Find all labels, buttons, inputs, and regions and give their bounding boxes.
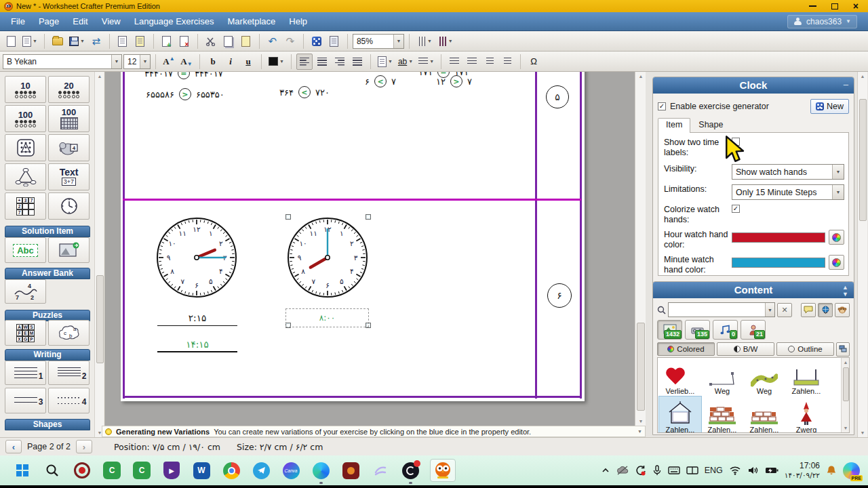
thumbnail-zahlen-sign[interactable]: Zahlen... — [785, 358, 827, 396]
thumbnail-zahlen-wall-2[interactable]: Zahlen... — [743, 396, 785, 433]
taskbar-search-button[interactable] — [42, 460, 62, 481]
tile-number-field-100[interactable]: 100 — [5, 105, 46, 132]
minute-color-picker-button[interactable] — [829, 255, 844, 270]
taskbar-game-app[interactable] — [340, 460, 361, 481]
menu-view[interactable]: View — [95, 14, 127, 29]
chevron-down-icon[interactable]: ▼ — [140, 55, 150, 68]
dice-button[interactable] — [309, 33, 325, 49]
hour-color-bar[interactable] — [732, 232, 825, 243]
tray-cloud-icon[interactable] — [616, 466, 629, 475]
globe-filter-button[interactable] — [818, 303, 833, 317]
tray-notification-bell[interactable] — [826, 465, 837, 476]
taskbar-recorder-app[interactable] — [72, 460, 92, 481]
scrollbar-thumb[interactable] — [859, 99, 867, 221]
increase-indent-button[interactable] — [499, 54, 515, 70]
tile-writing-lines-2[interactable]: 2 — [48, 361, 90, 385]
tray-language-indicator[interactable]: ENG — [705, 466, 723, 475]
tile-math-square[interactable]: +3727 — [5, 192, 46, 220]
taskbar-telegram-app[interactable] — [251, 460, 271, 481]
clock-panel-header[interactable]: Clock – — [653, 77, 854, 94]
decrease-indent-button[interactable] — [481, 54, 498, 70]
thumbnail-weg[interactable]: Weg — [743, 358, 785, 396]
comparison-exercise[interactable]: ۳۶۴ < ۷۲۰ — [279, 86, 330, 98]
open-button[interactable] — [50, 33, 66, 49]
decrease-font-button[interactable]: A▼ — [178, 54, 195, 70]
speech-bubble-filter-button[interactable] — [801, 303, 816, 317]
tray-snap-layout-icon[interactable] — [686, 466, 698, 475]
scrollbar-thumb[interactable] — [843, 367, 849, 401]
time-label-solution[interactable]: ۱۴:۱۵ — [157, 339, 237, 350]
monkey-filter-button[interactable] — [835, 303, 850, 317]
chevron-down-icon[interactable]: ▼ — [393, 35, 403, 48]
menu-help[interactable]: Help — [282, 14, 314, 29]
operator-circle[interactable]: > — [450, 75, 462, 87]
font-color-button[interactable]: ▼ — [267, 54, 286, 70]
tile-writing-lines-3[interactable]: 3 — [5, 388, 46, 413]
bullet-list-button[interactable] — [464, 54, 480, 70]
colorize-checkbox[interactable]: ✓ — [732, 205, 740, 213]
taskbar-camtasia-app[interactable]: C — [102, 460, 122, 481]
tile-geoboard[interactable] — [5, 134, 46, 161]
category-images-button[interactable]: 1432 — [657, 320, 682, 340]
taskbar-canva-app[interactable]: Canva — [281, 460, 301, 481]
taskbar-camtasia-2-app[interactable]: C — [132, 460, 152, 481]
omega-button[interactable]: Ω — [526, 54, 542, 70]
minute-color-bar[interactable] — [732, 258, 825, 268]
chevron-down-icon[interactable]: ▼ — [832, 185, 844, 199]
tray-clock[interactable]: 17:06 ۱۴۰۳/۰۹/۲۲ — [785, 461, 820, 480]
maximize-button[interactable] — [831, 3, 838, 9]
comparison-exercise[interactable]: ۶ < ۷ — [365, 75, 396, 87]
menu-page[interactable]: Page — [32, 14, 66, 29]
operator-circle[interactable]: < — [298, 86, 311, 98]
next-page-button[interactable]: › — [76, 440, 92, 453]
align-center-button[interactable] — [314, 54, 330, 70]
tray-copilot-icon[interactable]: PRE — [843, 462, 860, 479]
bold-button[interactable]: b — [205, 54, 221, 70]
menu-marketplace[interactable]: Marketplace — [221, 14, 283, 29]
tray-wifi-icon[interactable] — [729, 466, 741, 475]
chevron-down-icon[interactable]: ▼ — [111, 55, 121, 68]
enable-generator-checkbox[interactable]: ✓ — [658, 102, 666, 110]
taskbar-flow-app[interactable] — [370, 460, 391, 481]
content-search-input[interactable]: ▼ — [668, 302, 775, 317]
taskbar-word-app[interactable]: W — [191, 460, 212, 481]
filter-bw-button[interactable]: B/W — [717, 342, 774, 356]
taskbar-obs-app[interactable] — [400, 460, 420, 481]
align-justify-button[interactable] — [349, 54, 366, 70]
category-audio-button[interactable]: 135 — [685, 320, 710, 340]
category-people-button[interactable]: 21 — [741, 320, 766, 340]
taskbar-start-button[interactable] — [12, 460, 33, 481]
section-header-writing[interactable]: Writing — [5, 349, 90, 361]
scroll-up-icon[interactable]: ▲ — [95, 72, 104, 81]
section-header-answer-bank[interactable]: Answer Bank — [5, 268, 90, 279]
category-music-button[interactable]: 0 — [713, 320, 738, 340]
worksheet-canvas[interactable]: ۳۴۴۰۱۷ = ۳۴۴۰۱۷ ۱۷۱ = ۱۷۱ ۶ < ۷ ۱۲ > ۷ ۶… — [105, 72, 646, 426]
selection-handle[interactable] — [366, 214, 371, 220]
tile-writing-lines-4[interactable]: 4 — [48, 388, 90, 413]
time-label-box-selected[interactable]: ۸:۰۰ — [285, 308, 369, 327]
comparison-exercise[interactable]: ۳۴۴۰۱۷ = ۳۴۴۰۱۷ — [144, 72, 223, 79]
special-characters-button[interactable] — [326, 33, 342, 49]
cut-button[interactable] — [203, 33, 219, 49]
clear-search-button[interactable]: ✕ — [777, 303, 792, 317]
account-menu[interactable]: chaos363 ▼ — [787, 15, 857, 28]
taskbar-worksheet-crafter-app[interactable] — [430, 459, 456, 482]
tile-clock[interactable] — [48, 192, 90, 220]
redo-button[interactable]: ↷ — [282, 33, 298, 49]
layers-button[interactable] — [836, 342, 850, 357]
menu-file[interactable]: File — [4, 14, 32, 29]
taskbar-media-shield-app[interactable]: ▶ — [161, 460, 182, 481]
page-setup-button[interactable] — [115, 33, 131, 49]
undo-button[interactable]: ↶ — [264, 33, 281, 49]
italic-button[interactable]: i — [222, 54, 239, 70]
worksheet-page[interactable]: ۳۴۴۰۱۷ = ۳۴۴۰۱۷ ۱۷۱ = ۱۷۱ ۶ < ۷ ۱۲ > ۷ ۶… — [121, 72, 585, 401]
filter-colored-button[interactable]: Colored — [657, 342, 715, 356]
tile-number-triangle[interactable] — [5, 163, 46, 190]
copy-button[interactable] — [220, 33, 237, 49]
tile-solution-image[interactable] — [48, 237, 90, 263]
view-columns-button[interactable]: ▼ — [435, 33, 455, 49]
section-header-shapes[interactable]: Shapes — [5, 419, 90, 430]
menu-edit[interactable]: Edit — [66, 14, 94, 29]
operator-circle[interactable]: = — [178, 72, 190, 79]
tile-number-field-10[interactable]: 10 — [5, 76, 46, 103]
